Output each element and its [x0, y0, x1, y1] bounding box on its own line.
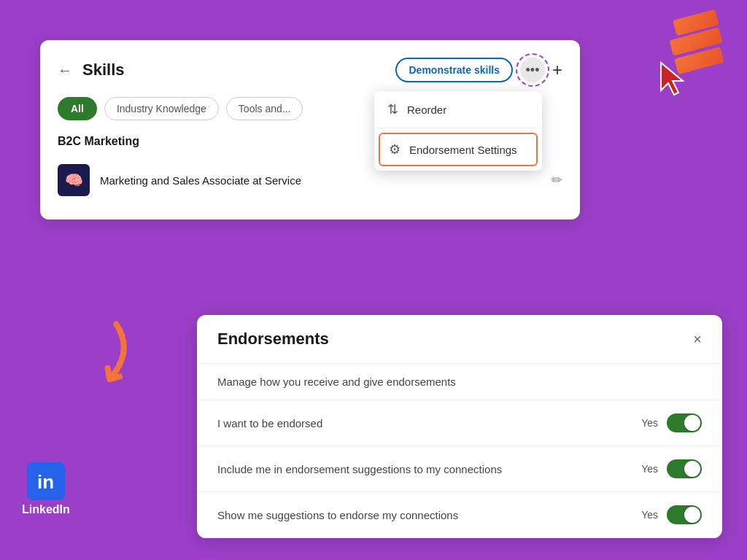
svg-text:in: in [37, 471, 54, 493]
reorder-icon: ⇅ [387, 101, 398, 117]
more-options-button[interactable]: ••• [520, 58, 545, 82]
toggle-row-1: I want to be endorsed Yes [197, 400, 722, 446]
skill-item-left: 🧠 Marketing and Sales Associate at Servi… [58, 164, 301, 196]
dropdown-menu: ⇅ Reorder ⚙ Endorsement Settings [374, 91, 542, 171]
linkedin-text: LinkedIn [22, 503, 70, 516]
skill-name: Marketing and Sales Associate at Service [100, 174, 301, 187]
gear-icon: ⚙ [389, 141, 400, 158]
close-modal-button[interactable]: × [693, 331, 702, 348]
more-button-container: ••• [520, 58, 545, 82]
toggle-switch-3[interactable] [667, 505, 702, 524]
add-skill-button[interactable]: + [552, 60, 562, 80]
skills-actions: Demonstrate skills ••• + [395, 58, 562, 82]
tab-all[interactable]: All [58, 97, 97, 120]
linkedin-logo: in LinkedIn [22, 462, 70, 516]
toggle-switch-2[interactable] [667, 459, 702, 478]
skills-title: Skills [82, 61, 124, 79]
toggle-yes-3: Yes [641, 509, 658, 521]
skill-icon: 🧠 [58, 164, 90, 196]
toggle-yes-1: Yes [641, 417, 658, 429]
demonstrate-skills-button[interactable]: Demonstrate skills [395, 58, 513, 82]
toggle-label-1: I want to be endorsed [217, 417, 641, 429]
reorder-label: Reorder [407, 104, 446, 116]
decorative-stripes [674, 15, 732, 102]
toggle-row-3: Show me suggestions to endorse my connec… [197, 492, 722, 538]
endorsement-settings-label: Endorsement Settings [409, 144, 517, 156]
modal-subtitle: Manage how you receive and give endorsem… [197, 364, 722, 400]
back-arrow-icon[interactable]: ← [58, 62, 72, 79]
toggle-label-2: Include me in endorsement suggestions to… [217, 463, 641, 475]
edit-skill-icon[interactable]: ✏ [551, 172, 562, 188]
arrow-decoration [62, 311, 164, 421]
toggle-row-2: Include me in endorsement suggestions to… [197, 446, 722, 492]
toggle-switch-1[interactable] [667, 413, 702, 432]
modal-title: Endorsements [217, 330, 329, 349]
toggle-knob-1 [684, 415, 700, 431]
skills-card: ← Skills Demonstrate skills ••• + All In… [40, 40, 580, 219]
skills-header: ← Skills Demonstrate skills ••• + [58, 58, 562, 82]
toggle-yes-2: Yes [641, 463, 658, 475]
toggle-label-3: Show me suggestions to endorse my connec… [217, 509, 641, 521]
toggle-knob-3 [684, 507, 700, 523]
tab-tools[interactable]: Tools and... [226, 97, 303, 120]
endorsement-settings-menu-item[interactable]: ⚙ Endorsement Settings [379, 133, 538, 166]
reorder-menu-item[interactable]: ⇅ Reorder [374, 91, 542, 128]
linkedin-icon: in [27, 462, 65, 500]
modal-header: Endorsements × [197, 315, 722, 364]
tab-industry-knowledge[interactable]: Industry Knowledge [104, 97, 219, 120]
skills-title-group: ← Skills [58, 61, 124, 79]
endorsements-modal: Endorsements × Manage how you receive an… [197, 315, 722, 538]
toggle-knob-2 [684, 461, 700, 477]
dropdown-divider [374, 128, 542, 128]
brain-icon: 🧠 [65, 171, 83, 189]
